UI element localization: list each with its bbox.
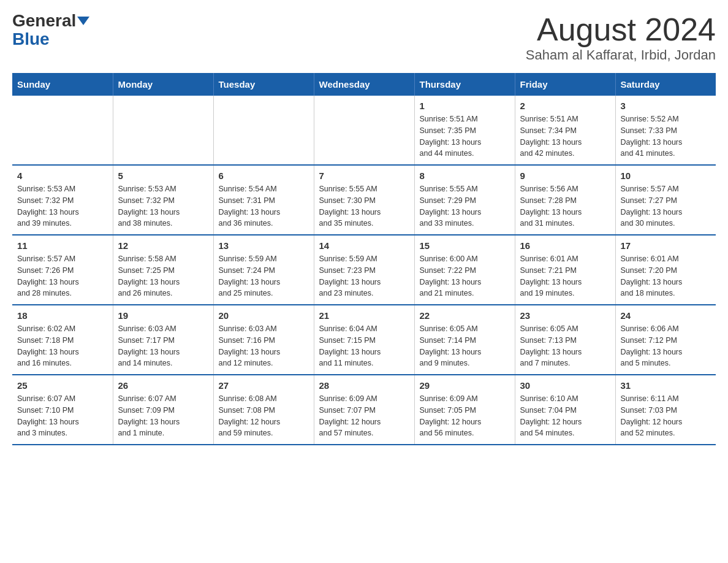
- day-cell: 15Sunrise: 6:00 AMSunset: 7:22 PMDayligh…: [414, 235, 515, 305]
- logo-part2: Blue: [12, 29, 50, 48]
- calendar-subtitle: Saham al Kaffarat, Irbid, Jordan: [526, 47, 716, 63]
- day-cell: 24Sunrise: 6:06 AMSunset: 7:12 PMDayligh…: [615, 305, 716, 375]
- day-number: 30: [520, 380, 610, 391]
- day-cell: 26Sunrise: 6:07 AMSunset: 7:09 PMDayligh…: [113, 375, 213, 445]
- day-info: Sunrise: 5:52 AMSunset: 7:33 PMDaylight:…: [621, 113, 711, 159]
- day-number: 10: [621, 170, 711, 181]
- week-row-5: 25Sunrise: 6:07 AMSunset: 7:10 PMDayligh…: [12, 375, 716, 445]
- day-info: Sunrise: 6:10 AMSunset: 7:04 PMDaylight:…: [520, 393, 610, 439]
- day-cell: 5Sunrise: 5:53 AMSunset: 7:32 PMDaylight…: [113, 165, 213, 235]
- header-cell-friday: Friday: [515, 73, 615, 96]
- day-cell: 12Sunrise: 5:58 AMSunset: 7:25 PMDayligh…: [113, 235, 213, 305]
- day-info: Sunrise: 5:57 AMSunset: 7:26 PMDaylight:…: [17, 253, 108, 299]
- header-cell-thursday: Thursday: [414, 73, 515, 96]
- day-cell: 13Sunrise: 5:59 AMSunset: 7:24 PMDayligh…: [213, 235, 314, 305]
- day-number: 12: [118, 240, 208, 251]
- day-number: 29: [420, 380, 510, 391]
- day-cell: 4Sunrise: 5:53 AMSunset: 7:32 PMDaylight…: [12, 165, 113, 235]
- day-number: 14: [319, 240, 409, 251]
- header-cell-wednesday: Wednesday: [314, 73, 414, 96]
- week-row-3: 11Sunrise: 5:57 AMSunset: 7:26 PMDayligh…: [12, 235, 716, 305]
- day-cell: 6Sunrise: 5:54 AMSunset: 7:31 PMDaylight…: [213, 165, 314, 235]
- week-row-2: 4Sunrise: 5:53 AMSunset: 7:32 PMDaylight…: [12, 165, 716, 235]
- day-number: 25: [17, 380, 108, 391]
- day-number: 21: [319, 310, 409, 321]
- header-cell-saturday: Saturday: [615, 73, 716, 96]
- day-number: 5: [118, 170, 208, 181]
- day-info: Sunrise: 5:51 AMSunset: 7:35 PMDaylight:…: [420, 113, 510, 159]
- day-number: 26: [118, 380, 208, 391]
- day-number: 2: [520, 101, 610, 111]
- logo: General Blue: [12, 12, 89, 49]
- day-number: 27: [219, 380, 309, 391]
- day-cell: 19Sunrise: 6:03 AMSunset: 7:17 PMDayligh…: [113, 305, 213, 375]
- header-row: SundayMondayTuesdayWednesdayThursdayFrid…: [12, 73, 716, 96]
- day-cell: 28Sunrise: 6:09 AMSunset: 7:07 PMDayligh…: [314, 375, 414, 445]
- day-cell: 1Sunrise: 5:51 AMSunset: 7:35 PMDaylight…: [414, 96, 515, 165]
- logo-part1: General: [12, 12, 76, 29]
- day-number: 13: [219, 240, 309, 251]
- day-info: Sunrise: 6:02 AMSunset: 7:18 PMDaylight:…: [17, 323, 108, 369]
- day-number: 1: [420, 101, 510, 111]
- day-number: 24: [621, 310, 711, 321]
- day-number: 19: [118, 310, 208, 321]
- day-number: 16: [520, 240, 610, 251]
- calendar-title: August 2024: [526, 12, 716, 47]
- day-number: 18: [17, 310, 108, 321]
- day-info: Sunrise: 5:55 AMSunset: 7:30 PMDaylight:…: [319, 183, 409, 229]
- day-info: Sunrise: 6:05 AMSunset: 7:13 PMDaylight:…: [520, 323, 610, 369]
- day-info: Sunrise: 6:08 AMSunset: 7:08 PMDaylight:…: [219, 393, 309, 439]
- day-info: Sunrise: 6:09 AMSunset: 7:07 PMDaylight:…: [319, 393, 409, 439]
- day-cell: 23Sunrise: 6:05 AMSunset: 7:13 PMDayligh…: [515, 305, 615, 375]
- day-info: Sunrise: 5:59 AMSunset: 7:23 PMDaylight:…: [319, 253, 409, 299]
- week-row-1: 1Sunrise: 5:51 AMSunset: 7:35 PMDaylight…: [12, 96, 716, 165]
- day-number: 23: [520, 310, 610, 321]
- day-info: Sunrise: 5:57 AMSunset: 7:27 PMDaylight:…: [621, 183, 711, 229]
- day-cell: 30Sunrise: 6:10 AMSunset: 7:04 PMDayligh…: [515, 375, 615, 445]
- day-info: Sunrise: 5:58 AMSunset: 7:25 PMDaylight:…: [118, 253, 208, 299]
- day-number: 9: [520, 170, 610, 181]
- calendar-body: 1Sunrise: 5:51 AMSunset: 7:35 PMDaylight…: [12, 96, 716, 445]
- day-cell: [213, 96, 314, 165]
- day-info: Sunrise: 5:56 AMSunset: 7:28 PMDaylight:…: [520, 183, 610, 229]
- day-info: Sunrise: 6:05 AMSunset: 7:14 PMDaylight:…: [420, 323, 510, 369]
- day-info: Sunrise: 6:01 AMSunset: 7:20 PMDaylight:…: [621, 253, 711, 299]
- title-block: August 2024 Saham al Kaffarat, Irbid, Jo…: [526, 12, 716, 63]
- day-info: Sunrise: 6:00 AMSunset: 7:22 PMDaylight:…: [420, 253, 510, 299]
- day-number: 15: [420, 240, 510, 251]
- day-cell: 11Sunrise: 5:57 AMSunset: 7:26 PMDayligh…: [12, 235, 113, 305]
- day-cell: 31Sunrise: 6:11 AMSunset: 7:03 PMDayligh…: [615, 375, 716, 445]
- day-info: Sunrise: 5:51 AMSunset: 7:34 PMDaylight:…: [520, 113, 610, 159]
- day-number: 3: [621, 101, 711, 111]
- header-cell-sunday: Sunday: [12, 73, 113, 96]
- day-info: Sunrise: 6:01 AMSunset: 7:21 PMDaylight:…: [520, 253, 610, 299]
- calendar-header: SundayMondayTuesdayWednesdayThursdayFrid…: [12, 73, 716, 96]
- day-number: 11: [17, 240, 108, 251]
- day-cell: 27Sunrise: 6:08 AMSunset: 7:08 PMDayligh…: [213, 375, 314, 445]
- day-cell: 17Sunrise: 6:01 AMSunset: 7:20 PMDayligh…: [615, 235, 716, 305]
- day-info: Sunrise: 6:11 AMSunset: 7:03 PMDaylight:…: [621, 393, 711, 439]
- day-cell: 9Sunrise: 5:56 AMSunset: 7:28 PMDaylight…: [515, 165, 615, 235]
- day-info: Sunrise: 5:55 AMSunset: 7:29 PMDaylight:…: [420, 183, 510, 229]
- logo-arrow-icon: [77, 17, 89, 25]
- calendar-table: SundayMondayTuesdayWednesdayThursdayFrid…: [12, 73, 716, 445]
- day-cell: 2Sunrise: 5:51 AMSunset: 7:34 PMDaylight…: [515, 96, 615, 165]
- day-number: 31: [621, 380, 711, 391]
- day-number: 22: [420, 310, 510, 321]
- day-cell: 10Sunrise: 5:57 AMSunset: 7:27 PMDayligh…: [615, 165, 716, 235]
- day-number: 7: [319, 170, 409, 181]
- day-cell: 16Sunrise: 6:01 AMSunset: 7:21 PMDayligh…: [515, 235, 615, 305]
- day-cell: 20Sunrise: 6:03 AMSunset: 7:16 PMDayligh…: [213, 305, 314, 375]
- day-number: 8: [420, 170, 510, 181]
- day-info: Sunrise: 6:09 AMSunset: 7:05 PMDaylight:…: [420, 393, 510, 439]
- day-info: Sunrise: 6:04 AMSunset: 7:15 PMDaylight:…: [319, 323, 409, 369]
- day-cell: 21Sunrise: 6:04 AMSunset: 7:15 PMDayligh…: [314, 305, 414, 375]
- day-number: 4: [17, 170, 108, 181]
- day-info: Sunrise: 6:03 AMSunset: 7:16 PMDaylight:…: [219, 323, 309, 369]
- day-number: 20: [219, 310, 309, 321]
- day-info: Sunrise: 6:07 AMSunset: 7:10 PMDaylight:…: [17, 393, 108, 439]
- day-cell: 29Sunrise: 6:09 AMSunset: 7:05 PMDayligh…: [414, 375, 515, 445]
- day-cell: 3Sunrise: 5:52 AMSunset: 7:33 PMDaylight…: [615, 96, 716, 165]
- day-number: 28: [319, 380, 409, 391]
- day-number: 6: [219, 170, 309, 181]
